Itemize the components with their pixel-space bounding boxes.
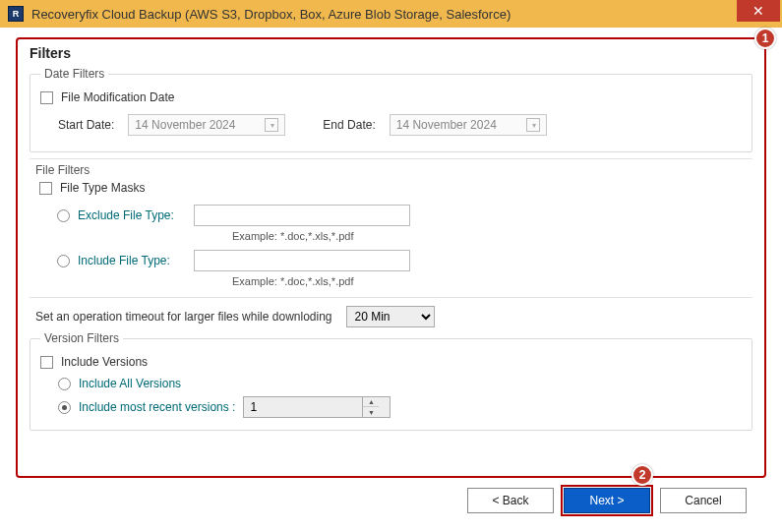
include-versions-checkbox[interactable]	[40, 356, 53, 369]
calendar-icon	[526, 118, 540, 132]
file-modification-date-label: File Modification Date	[61, 90, 174, 104]
title-bar: R Recoveryfix Cloud Backup (AWS S3, Drop…	[0, 0, 782, 28]
start-date-label: Start Date:	[58, 118, 114, 132]
recent-versions-spinner[interactable]: ▲ ▼	[243, 396, 391, 418]
exclude-example-text: Example: *.doc,*.xls,*.pdf	[232, 230, 743, 242]
file-modification-date-checkbox[interactable]	[40, 91, 53, 104]
exclude-file-type-input[interactable]	[194, 205, 410, 226]
app-icon: R	[8, 6, 24, 22]
spinner-down-icon[interactable]: ▼	[363, 407, 379, 417]
file-type-masks-label: File Type Masks	[60, 181, 145, 195]
date-filters-legend: Date Filters	[40, 67, 108, 81]
recent-versions-value[interactable]	[244, 400, 362, 414]
close-button[interactable]: ✕	[737, 0, 780, 22]
calendar-icon	[265, 118, 278, 132]
include-all-versions-label: Include All Versions	[79, 377, 181, 390]
exclude-file-type-radio[interactable]	[57, 209, 70, 222]
start-date-picker[interactable]: 14 November 2024	[128, 114, 285, 136]
end-date-label: End Date:	[323, 118, 375, 132]
filters-heading: Filters	[30, 45, 752, 61]
version-filters-legend: Version Filters	[40, 331, 123, 345]
include-recent-versions-radio[interactable]	[58, 401, 71, 414]
include-all-versions-radio[interactable]	[58, 378, 71, 390]
footer-buttons: 2 < Back Next > Cancel	[16, 478, 766, 513]
version-filters-group: Version Filters Include Versions Include…	[30, 331, 752, 431]
start-date-value: 14 November 2024	[135, 118, 235, 132]
include-file-type-radio[interactable]	[57, 255, 70, 267]
include-file-type-label: Include File Type:	[78, 254, 186, 267]
file-type-masks-checkbox[interactable]	[39, 182, 52, 195]
timeout-select[interactable]: 20 Min	[346, 306, 435, 327]
next-button[interactable]: Next >	[564, 488, 650, 513]
close-icon: ✕	[752, 3, 764, 19]
annotation-badge-2: 2	[632, 464, 653, 486]
spinner-up-icon[interactable]: ▲	[363, 397, 379, 407]
annotation-badge-1: 1	[754, 28, 776, 49]
include-example-text: Example: *.doc,*.xls,*.pdf	[232, 275, 743, 287]
file-filters-legend: File Filters	[35, 163, 743, 177]
cancel-button[interactable]: Cancel	[660, 488, 747, 513]
exclude-file-type-label: Exclude File Type:	[78, 208, 186, 222]
timeout-label: Set an operation timeout for larger file…	[35, 310, 332, 324]
file-filters-group: File Filters File Type Masks Exclude Fil…	[30, 158, 752, 298]
end-date-picker[interactable]: 14 November 2024	[390, 114, 547, 136]
window-title: Recoveryfix Cloud Backup (AWS S3, Dropbo…	[31, 7, 511, 22]
include-recent-versions-label: Include most recent versions :	[79, 400, 235, 414]
back-button[interactable]: < Back	[467, 488, 554, 513]
include-file-type-input[interactable]	[194, 250, 410, 271]
end-date-value: 14 November 2024	[396, 118, 497, 132]
include-versions-label: Include Versions	[61, 355, 148, 369]
date-filters-group: Date Filters File Modification Date Star…	[30, 67, 752, 152]
filters-panel: 1 Filters Date Filters File Modification…	[16, 37, 766, 478]
